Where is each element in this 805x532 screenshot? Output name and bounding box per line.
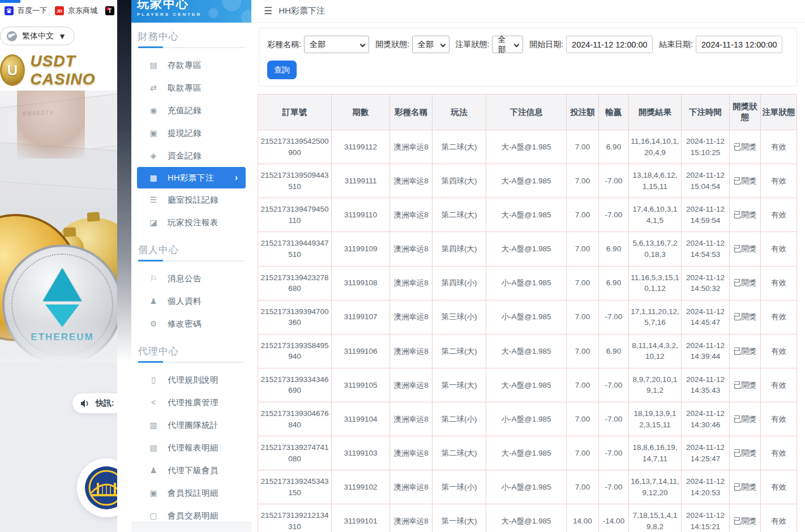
table-cell: 31199102 <box>332 470 390 504</box>
column-header: 注單狀態 <box>761 95 797 130</box>
sidebar-item-withdrawal-record[interactable]: ▣提現記錄 <box>131 122 251 144</box>
table-cell: 第二球(大) <box>433 334 486 368</box>
sidebar-item-agent-report[interactable]: ▤代理報表明細 <box>131 436 251 459</box>
table-cell: 31199112 <box>332 130 390 164</box>
table-cell: 8,11,14,4,3,2,10,12 <box>629 334 682 368</box>
order-status-select[interactable]: 全部 <box>492 36 523 53</box>
table-cell: 2152173139479450110 <box>258 198 332 232</box>
ethereum-icon <box>43 268 82 301</box>
lottery-bet-icon: ▦ <box>148 173 159 182</box>
column-header: 投注額 <box>567 95 599 130</box>
table-cell: 2152173139304676840 <box>258 402 332 436</box>
sidebar-item-lottery-bet[interactable]: ▦HH彩票下注› <box>137 167 246 188</box>
sidebar-item-withdraw[interactable]: ⇄取款專區 <box>131 76 251 99</box>
table-cell: -14.00 <box>599 504 629 532</box>
table-cell: 2152173139394700360 <box>258 300 332 334</box>
table-row: 215217313927474108031199103澳洲幸运8第二球(大)大-… <box>258 436 797 470</box>
table-cell: 大-A盤@1.985 <box>486 368 567 402</box>
table-row: 215217313933434669031199105澳洲幸运8第一球(大)大-… <box>258 368 797 402</box>
table-cell: -7.00 <box>599 470 629 504</box>
table-cell: 大-A盤@1.985 <box>486 130 567 164</box>
start-date-input[interactable] <box>566 36 653 53</box>
section-underline <box>138 260 245 261</box>
table-cell: 31199111 <box>332 164 390 198</box>
table-cell: 17,1,11,20,12,5,7,16 <box>629 300 682 334</box>
table-cell: 31199108 <box>332 266 390 300</box>
news-ticker[interactable]: 快訊: <box>72 393 117 413</box>
table-cell: 7.00 <box>567 470 599 504</box>
sidebar-item-deposit[interactable]: ▤存款專區 <box>131 54 251 76</box>
table-cell: 2024-11-12 14:54:53 <box>682 232 730 266</box>
baidu-favicon <box>5 6 14 15</box>
hero-fade <box>0 323 117 362</box>
sidebar-item-label: 會員交易明細 <box>168 510 219 521</box>
sidebar-item-hall-bet-record[interactable]: ☰廳室投註記錄 <box>131 188 251 211</box>
table-cell: 澳洲幸运8 <box>390 402 433 436</box>
page: 百度一下 JD 京东商城 T 天猫 繁体中文 ▼ U USDT CASINO <box>0 0 805 532</box>
sidebar-item-recharge-record[interactable]: ◉充值記錄 <box>131 99 251 122</box>
password-icon: ⚙ <box>148 319 159 328</box>
sidebar-item-password[interactable]: ⚙修改密碼 <box>131 312 251 335</box>
table-cell: 第二球(小) <box>433 402 486 436</box>
sidebar-item-agent-members[interactable]: ♟代理下級會員 <box>131 459 251 482</box>
column-header: 下注信息 <box>486 95 567 130</box>
draw-status-select[interactable]: 全部 <box>412 36 449 53</box>
table-cell: 7,18,15,1,4,19,8,2 <box>629 504 682 532</box>
sidebar-item-agent-team[interactable]: ▥代理團隊統計 <box>131 414 251 436</box>
hamburger-menu-icon[interactable]: ☰ <box>264 5 272 17</box>
sidebar-item-label: 消息公告 <box>168 273 202 284</box>
gavel-graphic <box>17 91 85 158</box>
bookmark-jd[interactable]: JD 京东商城 <box>55 6 97 16</box>
table-cell: 澳洲幸运8 <box>390 470 433 504</box>
column-header: 玩法 <box>433 95 486 130</box>
sidebar-item-label: 玩家投注報表 <box>168 217 219 228</box>
end-date-input[interactable] <box>696 36 782 53</box>
member-bet-icon: ▣ <box>148 488 159 497</box>
table-cell: 2152173139245343150 <box>258 470 332 504</box>
table-cell: 2024-11-12 15:04:54 <box>682 164 730 198</box>
sidebar-item-label: 廳室投註記錄 <box>168 195 219 205</box>
table-cell: 2024-11-12 14:39:44 <box>682 334 730 368</box>
table-cell: 澳洲幸运8 <box>390 436 433 470</box>
bookmark-baidu[interactable]: 百度一下 <box>5 6 47 16</box>
section-underline <box>138 362 245 363</box>
sidebar-item-label: 個人資料 <box>168 296 202 307</box>
sidebar-item-player-report[interactable]: ◪玩家投注報表 <box>131 211 251 234</box>
table-cell: 已開獎 <box>730 130 761 164</box>
table-cell: 7.00 <box>567 232 599 266</box>
hero-image: KB46279 ₿ ETHEREUM <box>0 91 117 362</box>
table-cell: 第二球(大) <box>433 198 486 232</box>
sidebar-item-agent-rules[interactable]: ▯代理規則說明 <box>131 368 251 391</box>
table-cell: 7.00 <box>567 130 599 164</box>
table-cell: 第一球(小) <box>433 470 486 504</box>
browser-tab-accent <box>0 0 20 3</box>
sidebar-item-agent-promo[interactable]: <代理推廣管理 <box>131 391 251 414</box>
table-cell: 11,16,14,10,1,20,4,9 <box>629 130 682 164</box>
table-cell: 2024-11-12 14:45:47 <box>682 300 730 334</box>
sidebar-item-member-bet[interactable]: ▣會員投註明細 <box>131 482 251 504</box>
announcement-icon: ⚐ <box>148 274 159 283</box>
agent-report-icon: ▤ <box>148 443 159 452</box>
sidebar-item-announcement[interactable]: ⚐消息公告 <box>131 267 251 290</box>
sidebar-item-funds-record[interactable]: ◈資金記錄 <box>131 144 251 167</box>
sidebar-item-profile[interactable]: ♟個人資料 <box>131 290 251 312</box>
table-row: 215217313921213431031199101澳洲幸运8第一球(大)大-… <box>258 504 797 532</box>
table-cell: 7.00 <box>567 300 599 334</box>
table-cell: 7.00 <box>567 368 599 402</box>
table-row: 215217313947945011031199110澳洲幸运8第二球(大)大-… <box>258 198 797 232</box>
lottery-name-select[interactable]: 全部 <box>304 36 369 53</box>
sidebar-item-label: 取款專區 <box>168 83 202 93</box>
bookmark-tmall[interactable]: T 天猫 <box>105 6 117 16</box>
search-button[interactable]: 查詢 <box>267 61 297 79</box>
sidebar-nav: 財務中心▤存款專區⇄取款專區◉充值記錄▣提現記錄◈資金記錄▦HH彩票下注›☰廳室… <box>131 23 251 529</box>
table-cell: 有效 <box>761 198 797 232</box>
table-cell: 已開獎 <box>730 402 761 436</box>
table-cell: 6.90 <box>599 266 629 300</box>
table-cell: 7.00 <box>567 266 599 300</box>
language-selector[interactable]: 繁体中文 ▼ <box>0 27 75 45</box>
section-title: 財務中心 <box>131 23 251 47</box>
table-cell: 2024-11-12 14:30:46 <box>682 402 730 436</box>
table-cell: 2152173139449347510 <box>258 232 332 266</box>
table-row: 215217313950944351031199111澳洲幸运8第四球(大)大-… <box>258 164 797 198</box>
sidebar-item-label: 充值記錄 <box>168 105 202 116</box>
